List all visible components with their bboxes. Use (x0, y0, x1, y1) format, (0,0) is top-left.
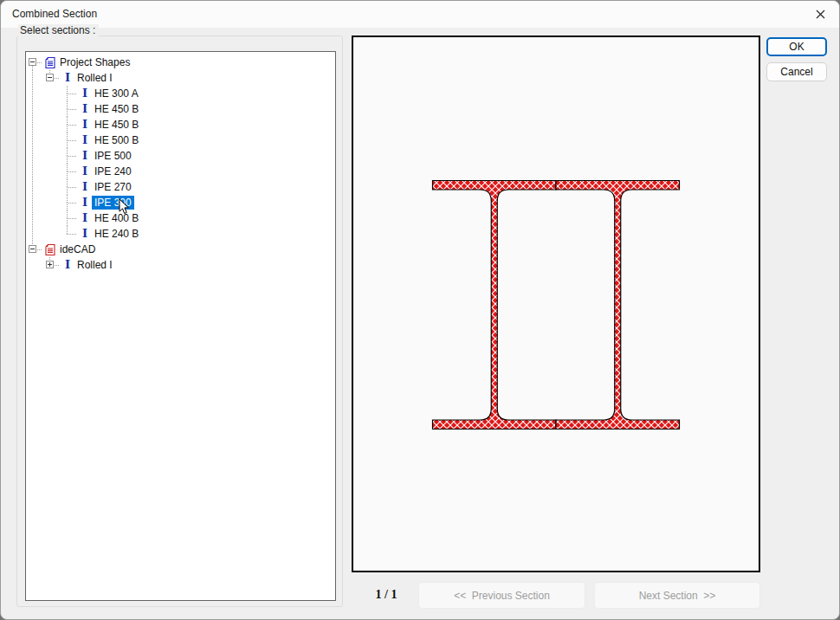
tree-junction (61, 210, 78, 226)
tree-connector (67, 94, 77, 94)
tree-indent (43, 179, 61, 195)
tree-junction (61, 86, 78, 101)
tree-item-label: HE 450 B (92, 102, 141, 116)
tree-connector (67, 218, 68, 226)
tree-junction (61, 148, 78, 164)
ibeam-icon: I (78, 103, 92, 115)
collapse-toggle[interactable] (29, 245, 36, 253)
tree-connector (67, 164, 68, 171)
tree-item-label: HE 300 A (92, 87, 141, 100)
ibeam-icon: I (78, 150, 92, 162)
tree-indent (43, 210, 61, 226)
tree-item-ipe-300[interactable]: IIPE 300 (26, 195, 335, 210)
tree-connector (32, 117, 33, 132)
tree-connector (67, 117, 68, 125)
tree-connector (67, 132, 68, 140)
tree-connector (32, 195, 33, 210)
tree-item-ipe-240[interactable]: IIPE 240 (26, 164, 335, 179)
tree-connector (67, 203, 77, 203)
tree-item-he-450-b[interactable]: IHE 450 B (26, 117, 335, 132)
tree-connector (32, 101, 33, 117)
tree-connector (67, 109, 77, 110)
tree-connector (67, 156, 77, 157)
page-indicator: 1 / 1 (372, 588, 401, 602)
tree-item-he-450-b[interactable]: IHE 450 B (26, 101, 335, 117)
combined-section-drawing (353, 37, 759, 571)
tree-item-label: HE 400 B (92, 211, 141, 225)
tree-indent (43, 226, 61, 242)
tree-item-project-shapes[interactable]: Project Shapes (26, 55, 335, 70)
tree-item-label: HE 450 B (92, 118, 141, 132)
close-icon[interactable] (813, 7, 828, 22)
tree-connector (67, 125, 77, 126)
select-sections-label: Select sections : (18, 24, 99, 36)
tree-connector (32, 226, 33, 242)
collapse-toggle[interactable] (46, 74, 54, 81)
tree-connector (32, 148, 33, 164)
tree-item-label: IPE 240 (92, 165, 134, 178)
ibeam-icon: I (78, 228, 92, 240)
tree-item-ipe-270[interactable]: IIPE 270 (26, 179, 335, 195)
tree-junction (61, 195, 78, 210)
tree-item-rolled-i[interactable]: IRolled I (26, 257, 335, 273)
tree-connector (67, 171, 68, 179)
tree-indent (43, 195, 61, 210)
ibeam-icon: I (61, 259, 74, 271)
tree-connector (67, 125, 68, 132)
tree-item-he-300-a[interactable]: IHE 300 A (26, 86, 335, 101)
doc-blue-icon (43, 57, 57, 68)
tree-connector (67, 234, 77, 235)
tree-junction (26, 242, 43, 257)
tree-item-label: HE 500 B (92, 133, 141, 147)
tree-indent (26, 70, 43, 86)
tree-junction (61, 132, 78, 148)
sections-tree: Project ShapesIRolled IIHE 300 AIHE 450 … (25, 51, 336, 601)
collapse-toggle[interactable] (29, 58, 36, 66)
tree-indent (26, 164, 43, 179)
tree-item-label: HE 240 B (92, 227, 141, 241)
cancel-button[interactable]: Cancel (766, 62, 827, 81)
tree-connector (67, 140, 77, 141)
expand-toggle[interactable] (46, 261, 54, 268)
tree-item-ipe-500[interactable]: IIPE 500 (26, 148, 335, 164)
tree-item-he-400-b[interactable]: IHE 400 B (26, 210, 335, 226)
title-bar: Combined Section (1, 1, 839, 28)
ibeam-icon: I (78, 165, 92, 178)
tree-item-label: ideCAD (57, 242, 98, 256)
tree-item-he-240-b[interactable]: IHE 240 B (26, 226, 335, 242)
tree-item-rolled-i[interactable]: IRolled I (26, 70, 335, 86)
tree-connector (67, 210, 68, 218)
ok-button[interactable]: OK (766, 37, 827, 56)
tree-junction (26, 55, 43, 70)
tree-junction (61, 226, 78, 242)
tree-item-idecad[interactable]: ideCAD (26, 242, 335, 257)
tree-item-he-500-b[interactable]: IHE 500 B (26, 132, 335, 148)
tree-indent (26, 86, 43, 101)
tree-connector (32, 70, 33, 86)
doc-red-icon (43, 244, 57, 255)
tree-connector (67, 109, 68, 117)
tree-indent (26, 210, 43, 226)
tree-connector (32, 164, 33, 179)
tree-connector (32, 86, 33, 101)
ibeam-icon: I (61, 72, 74, 84)
tree-connector (67, 226, 68, 234)
tree-connector (67, 101, 68, 109)
tree-connector (67, 218, 77, 219)
previous-section-button[interactable]: << Previous Section (418, 582, 585, 609)
tree-connector (32, 179, 33, 195)
tree-connector (67, 171, 77, 172)
next-section-button[interactable]: Next Section >> (594, 582, 760, 609)
tree-junction (61, 101, 78, 117)
tree-junction (61, 179, 78, 195)
tree-junction (43, 257, 61, 273)
tree-indent (43, 132, 61, 148)
tree-connector (67, 187, 68, 195)
tree-indent (26, 148, 43, 164)
tree-junction (61, 164, 78, 179)
tree-connector (32, 210, 33, 226)
tree-indent (43, 148, 61, 164)
tree-item-label: IPE 270 (92, 180, 134, 194)
tree-connector (67, 179, 68, 187)
tree-indent (26, 132, 43, 148)
